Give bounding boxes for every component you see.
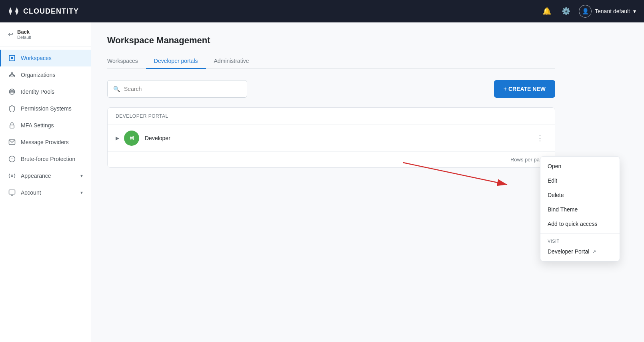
back-button[interactable]: ↩ Back Default: [0, 22, 91, 46]
dropdown-menu: Open Edit Delete Bind Theme Add to quick…: [540, 156, 620, 262]
back-icon: ↩: [8, 30, 13, 38]
cube-icon: [8, 54, 16, 62]
row-expand-icon[interactable]: ▶: [116, 135, 119, 141]
sidebar-item-appearance[interactable]: Appearance ▾: [0, 167, 91, 184]
tabs: Workspaces Developer portals Administrat…: [107, 54, 555, 69]
svg-marker-1: [15, 7, 18, 15]
sidebar-item-account[interactable]: Account ▾: [0, 184, 91, 201]
svg-rect-4: [11, 72, 13, 74]
sidebar-item-identity-pools[interactable]: Identity Pools: [0, 83, 91, 100]
dropdown-item-add-quick-access[interactable]: Add to quick access: [540, 217, 620, 231]
tab-workspaces[interactable]: Workspaces: [107, 54, 146, 69]
sidebar-item-appearance-label: Appearance: [21, 173, 76, 179]
sidebar: ↩ Back Default Workspaces: [0, 22, 91, 342]
page-title: Workspace Management: [107, 35, 555, 46]
dropdown-item-edit[interactable]: Edit: [540, 173, 620, 188]
svg-marker-0: [9, 7, 12, 15]
account-icon: [8, 189, 16, 196]
dropdown-divider: [540, 233, 620, 234]
sidebar-item-brute-force[interactable]: Brute-force Protection: [0, 151, 91, 167]
sidebar-item-workspaces-label: Workspaces: [21, 55, 83, 61]
dropdown-item-open[interactable]: Open: [540, 159, 620, 173]
dropdown-item-developer-portal[interactable]: Developer Portal ↗: [540, 244, 620, 259]
bell-icon: 🔔: [542, 7, 551, 16]
sidebar-item-organizations[interactable]: Organizations: [0, 66, 91, 83]
search-box: 🔍: [107, 80, 247, 98]
monitor-icon: 🖥: [128, 135, 135, 142]
appearance-icon: [8, 172, 16, 179]
svg-point-19: [11, 175, 13, 177]
navbar-right: 🔔 ⚙️ 👤 Tenant default ▾: [540, 5, 636, 18]
table-row[interactable]: ▶ 🖥 Developer ⋮: [108, 125, 555, 152]
external-link-icon: ↗: [592, 249, 596, 254]
developer-portal-link-label: Developer Portal: [548, 248, 589, 255]
search-input[interactable]: [124, 86, 241, 92]
tab-administrative[interactable]: Administrative: [206, 54, 257, 69]
sidebar-item-permission-systems-label: Permission Systems: [21, 105, 83, 112]
sidebar-item-permission-systems[interactable]: Permission Systems: [0, 100, 91, 117]
lock-icon: [8, 122, 16, 129]
sidebar-item-mfa-settings[interactable]: MFA Settings: [0, 117, 91, 134]
sidebar-item-brute-force-label: Brute-force Protection: [21, 156, 83, 162]
dropdown-visit-label: Visit: [540, 236, 620, 244]
sidebar-item-organizations-label: Organizations: [21, 72, 83, 78]
gear-icon: ⚙️: [562, 7, 570, 16]
table-header: Developer portal: [108, 108, 555, 125]
navbar: CLOUDENTITY 🔔 ⚙️ 👤 Tenant default ▾: [0, 0, 644, 22]
row-more-button[interactable]: ⋮: [533, 133, 547, 143]
sidebar-item-identity-pools-label: Identity Pools: [21, 89, 83, 95]
row-avatar: 🖥: [124, 131, 139, 146]
search-icon: 🔍: [113, 86, 120, 92]
back-label: Back: [17, 29, 31, 35]
sidebar-item-message-providers[interactable]: Message Providers: [0, 134, 91, 151]
dropdown-item-bind-theme[interactable]: Bind Theme: [540, 202, 620, 217]
envelope-icon: [8, 139, 16, 146]
back-sublabel: Default: [17, 35, 31, 40]
column-developer-portal: Developer portal: [116, 113, 168, 119]
sidebar-item-message-providers-label: Message Providers: [21, 139, 83, 145]
row-name: Developer: [145, 135, 170, 141]
tenant-avatar: 👤: [579, 5, 592, 18]
logo-text: CLOUDENTITY: [23, 7, 79, 16]
logo: CLOUDENTITY: [8, 6, 79, 17]
sidebar-item-mfa-settings-label: MFA Settings: [21, 122, 83, 129]
cloudentity-logo-icon: [8, 6, 19, 17]
svg-rect-14: [10, 125, 14, 128]
toolbar: 🔍 + CREATE NEW: [107, 80, 555, 98]
chevron-down-icon: ▾: [633, 8, 636, 14]
create-new-button[interactable]: + CREATE NEW: [494, 80, 555, 98]
svg-rect-3: [11, 57, 13, 59]
tenant-selector[interactable]: 👤 Tenant default ▾: [579, 5, 636, 18]
notifications-button[interactable]: 🔔: [540, 5, 553, 18]
pool-icon: [8, 88, 16, 95]
settings-button[interactable]: ⚙️: [560, 5, 572, 18]
sidebar-item-workspaces[interactable]: Workspaces: [0, 50, 91, 66]
shield-icon: [8, 105, 16, 112]
tab-developer-portals[interactable]: Developer portals: [146, 54, 206, 69]
main-inner: Workspace Management Workspaces Develope…: [91, 22, 571, 181]
appearance-chevron-icon: ▾: [80, 173, 83, 179]
org-icon: [8, 71, 16, 78]
tenant-label: Tenant default: [595, 8, 630, 14]
svg-rect-5: [9, 76, 11, 77]
dropdown-item-delete[interactable]: Delete: [540, 188, 620, 202]
svg-rect-6: [13, 76, 15, 77]
svg-rect-20: [9, 190, 15, 194]
sidebar-item-account-label: Account: [21, 189, 76, 196]
user-icon: 👤: [582, 8, 589, 14]
account-chevron-icon: ▾: [80, 190, 83, 195]
table-footer: Rows per page:: [108, 152, 555, 167]
sidebar-nav: Workspaces Organizations: [0, 46, 91, 342]
table-container: Developer portal ▶ 🖥 Developer ⋮ Rows pe…: [107, 107, 555, 168]
brute-force-icon: [8, 155, 16, 163]
